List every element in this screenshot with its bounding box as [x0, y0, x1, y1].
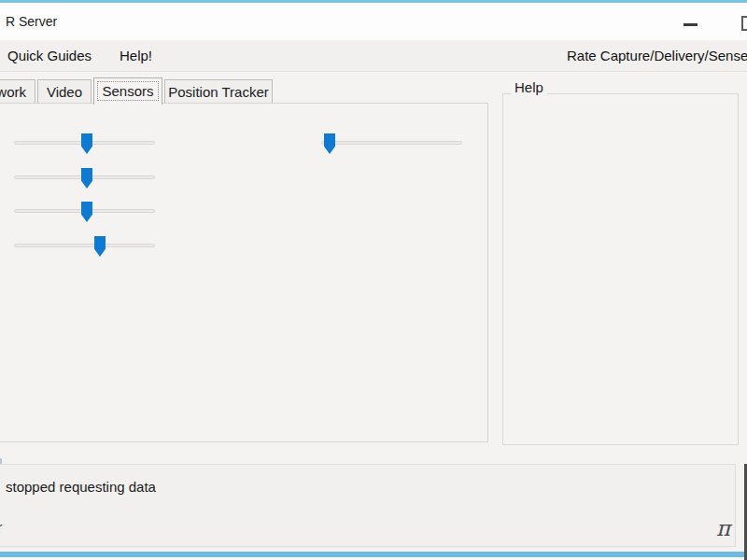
- help-group-title: Help: [511, 79, 547, 95]
- minimize-button[interactable]: [670, 10, 712, 36]
- slider-thumb[interactable]: [324, 133, 335, 154]
- slider-track: [321, 141, 462, 145]
- status-panel: [0, 464, 736, 547]
- tab-sensors[interactable]: Sensors: [93, 77, 162, 105]
- sensitivity-slider-2[interactable]: [14, 167, 155, 189]
- tab-position-tracker[interactable]: Position Tracker: [164, 79, 273, 104]
- menu-help[interactable]: Help!: [116, 40, 156, 72]
- slider-thumb[interactable]: [81, 133, 92, 154]
- status-message: stopped requesting data: [6, 479, 156, 495]
- window-title: R Server: [6, 14, 57, 29]
- menu-rate-capture[interactable]: Rate Capture/Delivery/Sense: [563, 40, 747, 72]
- slider-thumb[interactable]: [94, 236, 106, 257]
- titlebar: R Server: [0, 3, 747, 40]
- slider-track: [14, 244, 155, 247]
- sensitivity-slider-1[interactable]: [14, 133, 155, 155]
- minimize-icon: [684, 23, 698, 26]
- help-group-box: [502, 93, 739, 445]
- tab-network[interactable]: work: [0, 79, 35, 104]
- dead-zone-slider[interactable]: [321, 133, 462, 155]
- menubar: Quick Guides Help! Rate Capture/Delivery…: [0, 40, 747, 72]
- pi-symbol: π: [716, 516, 730, 540]
- tab-video[interactable]: Video: [37, 79, 92, 104]
- status-text-fragment: r: [0, 520, 2, 537]
- slider-thumb[interactable]: [81, 168, 92, 189]
- sensitivity-slider-4[interactable]: [14, 235, 155, 258]
- maximize-button[interactable]: [738, 10, 747, 36]
- tab-sensors-label: Sensors: [102, 83, 153, 99]
- sensitivity-slider-3[interactable]: [14, 201, 155, 223]
- slider-thumb[interactable]: [81, 202, 92, 222]
- maximize-icon: [741, 16, 747, 31]
- menu-quick-guides[interactable]: Quick Guides: [4, 40, 95, 72]
